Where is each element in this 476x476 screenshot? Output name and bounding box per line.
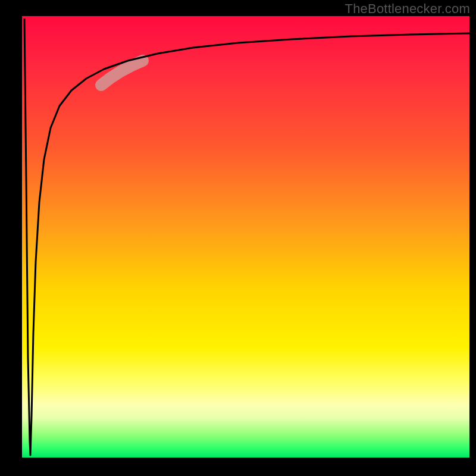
plot-gradient-area <box>22 16 469 458</box>
watermark-label: TheBottlenecker.com <box>345 1 470 17</box>
chart-frame: TheBottlenecker.com <box>0 0 476 476</box>
